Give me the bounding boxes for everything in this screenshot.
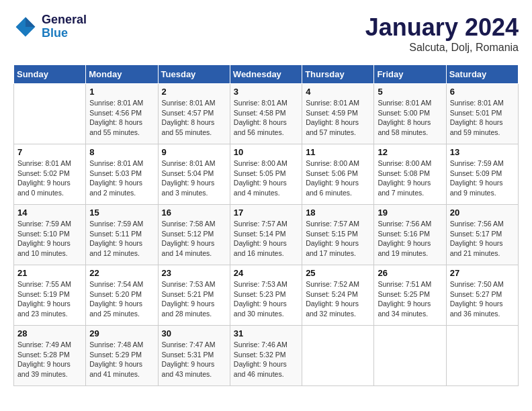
day-number: 14 xyxy=(17,208,82,218)
title-block: January 2024 Salcuta, Dolj, Romania xyxy=(365,13,519,54)
day-info: Sunrise: 8:01 AM Sunset: 5:03 PM Dayligh… xyxy=(89,158,154,198)
day-number: 6 xyxy=(450,87,515,97)
day-number: 15 xyxy=(89,208,154,218)
day-number: 30 xyxy=(162,328,226,338)
day-info: Sunrise: 7:57 AM Sunset: 5:15 PM Dayligh… xyxy=(306,219,370,259)
calendar-cell: 14Sunrise: 7:59 AM Sunset: 5:10 PM Dayli… xyxy=(14,205,86,265)
location-subtitle: Salcuta, Dolj, Romania xyxy=(365,42,519,54)
calendar-cell: 26Sunrise: 7:51 AM Sunset: 5:25 PM Dayli… xyxy=(374,265,446,326)
day-number: 5 xyxy=(378,87,442,97)
day-number: 2 xyxy=(162,87,226,97)
day-number: 29 xyxy=(89,328,154,338)
calendar-week-row: 21Sunrise: 7:55 AM Sunset: 5:19 PM Dayli… xyxy=(14,265,519,326)
day-info: Sunrise: 7:55 AM Sunset: 5:19 PM Dayligh… xyxy=(17,279,82,319)
day-info: Sunrise: 7:59 AM Sunset: 5:10 PM Dayligh… xyxy=(17,219,82,259)
day-number: 24 xyxy=(234,268,298,278)
column-header-tuesday: Tuesday xyxy=(158,65,230,84)
day-info: Sunrise: 7:53 AM Sunset: 5:21 PM Dayligh… xyxy=(162,279,226,319)
logo-text: General Blue xyxy=(42,13,87,40)
day-number: 23 xyxy=(162,268,226,278)
column-header-sunday: Sunday xyxy=(14,65,86,84)
column-header-wednesday: Wednesday xyxy=(230,65,302,84)
day-number: 31 xyxy=(234,328,298,338)
svg-marker-2 xyxy=(16,27,26,36)
day-number: 21 xyxy=(17,268,82,278)
calendar-cell: 27Sunrise: 7:50 AM Sunset: 5:27 PM Dayli… xyxy=(446,265,518,326)
day-info: Sunrise: 7:52 AM Sunset: 5:24 PM Dayligh… xyxy=(306,279,370,319)
column-header-saturday: Saturday xyxy=(446,65,518,84)
day-number: 16 xyxy=(162,208,226,218)
day-number: 4 xyxy=(306,87,370,97)
day-info: Sunrise: 8:01 AM Sunset: 4:59 PM Dayligh… xyxy=(306,98,370,138)
calendar-cell xyxy=(302,326,374,386)
calendar-week-row: 28Sunrise: 7:49 AM Sunset: 5:28 PM Dayli… xyxy=(14,326,519,386)
calendar-cell: 12Sunrise: 8:00 AM Sunset: 5:08 PM Dayli… xyxy=(374,144,446,205)
calendar-cell: 23Sunrise: 7:53 AM Sunset: 5:21 PM Dayli… xyxy=(158,265,230,326)
day-info: Sunrise: 8:01 AM Sunset: 5:04 PM Dayligh… xyxy=(162,158,226,198)
calendar-cell: 15Sunrise: 7:59 AM Sunset: 5:11 PM Dayli… xyxy=(86,205,158,265)
day-info: Sunrise: 7:47 AM Sunset: 5:31 PM Dayligh… xyxy=(162,340,226,379)
day-number: 13 xyxy=(450,147,515,157)
month-title: January 2024 xyxy=(365,13,519,42)
day-number: 26 xyxy=(378,268,442,278)
calendar-table: SundayMondayTuesdayWednesdayThursdayFrid… xyxy=(13,64,519,386)
calendar-cell: 28Sunrise: 7:49 AM Sunset: 5:28 PM Dayli… xyxy=(14,326,86,386)
day-number: 12 xyxy=(378,147,442,157)
day-info: Sunrise: 7:59 AM Sunset: 5:09 PM Dayligh… xyxy=(450,158,515,198)
day-number: 28 xyxy=(17,328,82,338)
calendar-cell: 29Sunrise: 7:48 AM Sunset: 5:29 PM Dayli… xyxy=(86,326,158,386)
day-info: Sunrise: 8:00 AM Sunset: 5:08 PM Dayligh… xyxy=(378,158,442,198)
day-info: Sunrise: 7:59 AM Sunset: 5:11 PM Dayligh… xyxy=(89,219,154,259)
calendar-week-row: 7Sunrise: 8:01 AM Sunset: 5:02 PM Daylig… xyxy=(14,144,519,205)
day-info: Sunrise: 7:57 AM Sunset: 5:14 PM Dayligh… xyxy=(234,219,298,259)
column-header-friday: Friday xyxy=(374,65,446,84)
day-number: 19 xyxy=(378,208,442,218)
day-number: 8 xyxy=(89,147,154,157)
day-info: Sunrise: 7:46 AM Sunset: 5:32 PM Dayligh… xyxy=(234,340,298,379)
calendar-cell: 4Sunrise: 8:01 AM Sunset: 4:59 PM Daylig… xyxy=(302,84,374,144)
day-info: Sunrise: 7:56 AM Sunset: 5:16 PM Dayligh… xyxy=(378,219,442,259)
calendar-cell: 7Sunrise: 8:01 AM Sunset: 5:02 PM Daylig… xyxy=(14,144,86,205)
day-number: 3 xyxy=(234,87,298,97)
day-number: 17 xyxy=(234,208,298,218)
calendar-cell: 22Sunrise: 7:54 AM Sunset: 5:20 PM Dayli… xyxy=(86,265,158,326)
day-number: 18 xyxy=(306,208,370,218)
column-header-monday: Monday xyxy=(86,65,158,84)
day-info: Sunrise: 8:01 AM Sunset: 5:02 PM Dayligh… xyxy=(17,158,82,198)
day-info: Sunrise: 7:58 AM Sunset: 5:12 PM Dayligh… xyxy=(162,219,226,259)
day-number: 11 xyxy=(306,147,370,157)
calendar-cell: 9Sunrise: 8:01 AM Sunset: 5:04 PM Daylig… xyxy=(158,144,230,205)
calendar-cell: 2Sunrise: 8:01 AM Sunset: 4:57 PM Daylig… xyxy=(158,84,230,144)
calendar-cell: 18Sunrise: 7:57 AM Sunset: 5:15 PM Dayli… xyxy=(302,205,374,265)
calendar-cell: 17Sunrise: 7:57 AM Sunset: 5:14 PM Dayli… xyxy=(230,205,302,265)
day-info: Sunrise: 7:53 AM Sunset: 5:23 PM Dayligh… xyxy=(234,279,298,319)
day-info: Sunrise: 7:50 AM Sunset: 5:27 PM Dayligh… xyxy=(450,279,515,319)
calendar-cell: 25Sunrise: 7:52 AM Sunset: 5:24 PM Dayli… xyxy=(302,265,374,326)
day-number: 20 xyxy=(450,208,515,218)
calendar-cell xyxy=(14,84,86,144)
day-number: 9 xyxy=(162,147,226,157)
day-info: Sunrise: 7:54 AM Sunset: 5:20 PM Dayligh… xyxy=(89,279,154,319)
calendar-cell xyxy=(374,326,446,386)
day-info: Sunrise: 7:56 AM Sunset: 5:17 PM Dayligh… xyxy=(450,219,515,259)
day-number: 1 xyxy=(89,87,154,97)
column-header-thursday: Thursday xyxy=(302,65,374,84)
day-number: 25 xyxy=(306,268,370,278)
calendar-cell: 20Sunrise: 7:56 AM Sunset: 5:17 PM Dayli… xyxy=(446,205,518,265)
day-info: Sunrise: 8:01 AM Sunset: 5:00 PM Dayligh… xyxy=(378,98,442,138)
calendar-cell: 10Sunrise: 8:00 AM Sunset: 5:05 PM Dayli… xyxy=(230,144,302,205)
calendar-cell: 8Sunrise: 8:01 AM Sunset: 5:03 PM Daylig… xyxy=(86,144,158,205)
day-number: 7 xyxy=(17,147,82,157)
day-number: 22 xyxy=(89,268,154,278)
day-info: Sunrise: 8:01 AM Sunset: 4:56 PM Dayligh… xyxy=(89,98,154,138)
logo: General Blue xyxy=(13,13,87,40)
day-info: Sunrise: 8:01 AM Sunset: 5:01 PM Dayligh… xyxy=(450,98,515,138)
calendar-cell: 1Sunrise: 8:01 AM Sunset: 4:56 PM Daylig… xyxy=(86,84,158,144)
calendar-cell: 30Sunrise: 7:47 AM Sunset: 5:31 PM Dayli… xyxy=(158,326,230,386)
day-number: 27 xyxy=(450,268,515,278)
calendar-cell: 5Sunrise: 8:01 AM Sunset: 5:00 PM Daylig… xyxy=(374,84,446,144)
day-info: Sunrise: 7:49 AM Sunset: 5:28 PM Dayligh… xyxy=(17,340,82,379)
calendar-cell: 6Sunrise: 8:01 AM Sunset: 5:01 PM Daylig… xyxy=(446,84,518,144)
day-info: Sunrise: 7:48 AM Sunset: 5:29 PM Dayligh… xyxy=(89,340,154,379)
calendar-cell: 3Sunrise: 8:01 AM Sunset: 4:58 PM Daylig… xyxy=(230,84,302,144)
